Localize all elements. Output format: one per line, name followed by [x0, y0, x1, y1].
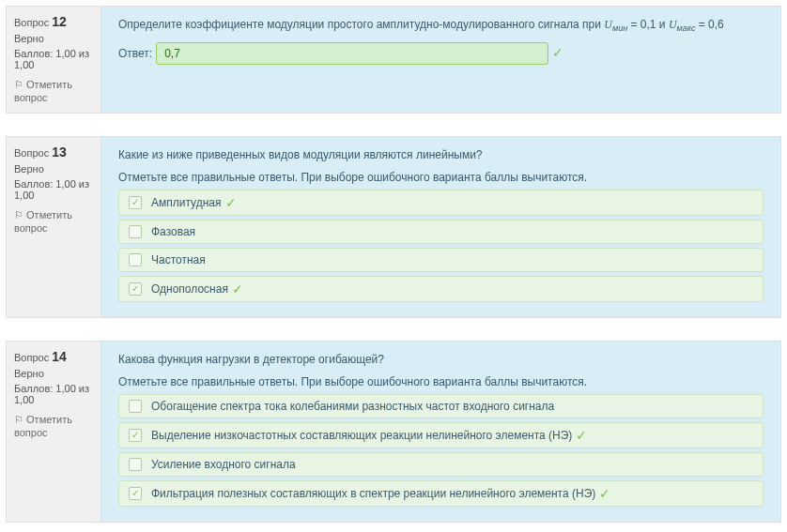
correct-tick-icon: ✓ [576, 428, 587, 443]
question-word: Вопрос [14, 147, 49, 159]
info-sidebar: Вопрос 14ВерноБаллов: 1,00 из 1,00⚐ Отме… [7, 342, 101, 522]
question-num-value: 12 [52, 14, 67, 29]
option-row[interactable]: Фазовая [118, 220, 764, 244]
option-checkbox[interactable] [129, 487, 142, 500]
question-text-prefix: Определите коэффициенте модуляции просто… [118, 18, 604, 31]
flag-question-link[interactable]: ⚐ Отметить вопрос [14, 78, 93, 105]
question-grade: Баллов: 1,00 из 1,00 [14, 178, 93, 201]
option-row[interactable]: Частотная [118, 248, 764, 272]
question-state: Верно [14, 33, 93, 44]
question-number: Вопрос 12 [14, 14, 93, 29]
option-checkbox[interactable] [129, 429, 142, 442]
flag-icon: ⚐ [14, 79, 26, 90]
option-label: Обогащение спектра тока колебаниями разн… [151, 400, 554, 413]
option-row[interactable]: Выделение низкочастотных составляющих ре… [118, 422, 764, 448]
question-word: Вопрос [14, 352, 49, 363]
option-checkbox[interactable] [129, 225, 142, 238]
question-number: Вопрос 13 [14, 144, 93, 160]
question-grade: Баллов: 1,00 из 1,00 [14, 48, 93, 70]
question-content: Какие из ниже приведенных видов модуляци… [101, 137, 780, 317]
option-row[interactable]: Усиление входного сигнала [118, 452, 764, 477]
answer-input[interactable] [156, 42, 548, 65]
info-sidebar: Вопрос 12ВерноБаллов: 1,00 из 1,00⚐ Отме… [7, 7, 101, 113]
option-label: Однополосная [151, 282, 228, 296]
question-text: Определите коэффициенте модуляции просто… [118, 18, 764, 33]
question-number: Вопрос 14 [14, 349, 93, 364]
correct-tick-icon: ✓ [552, 45, 563, 60]
option-row[interactable]: Фильтрация полезных составляющих в спект… [118, 480, 764, 507]
question-math: Uмин = 0,1 и Uмакс = 0,6 [604, 18, 723, 31]
instruction-text: Отметьте все правильные ответы. При выбо… [118, 171, 764, 184]
question-text: Какие из ниже приведенных видов модуляци… [118, 148, 764, 161]
option-checkbox[interactable] [129, 196, 142, 209]
option-checkbox[interactable] [129, 400, 142, 413]
question-content: Какова функция нагрузки в детекторе огиб… [101, 342, 780, 522]
question-word: Вопрос [14, 17, 49, 28]
correct-tick-icon: ✓ [232, 281, 243, 296]
instruction-text: Отметьте все правильные ответы. При выбо… [118, 375, 764, 388]
question-num-value: 13 [52, 144, 67, 160]
answer-row: Ответ:✓ [118, 42, 764, 65]
correct-tick-icon: ✓ [599, 486, 610, 501]
option-label: Частотная [151, 253, 206, 266]
correct-tick-icon: ✓ [225, 195, 237, 210]
question-block: Вопрос 13ВерноБаллов: 1,00 из 1,00⚐ Отме… [6, 136, 781, 318]
question-text: Какова функция нагрузки в детекторе огиб… [118, 353, 764, 366]
question-num-value: 14 [52, 349, 67, 364]
option-label: Фазовая [151, 225, 195, 238]
option-label: Усиление входного сигнала [151, 458, 296, 471]
flag-question-link[interactable]: ⚐ Отметить вопрос [14, 208, 93, 236]
flag-icon: ⚐ [14, 209, 26, 220]
question-block: Вопрос 12ВерноБаллов: 1,00 из 1,00⚐ Отме… [6, 6, 781, 114]
flag-icon: ⚐ [14, 414, 26, 425]
option-label: Амплитудная [151, 196, 222, 209]
option-checkbox[interactable] [129, 458, 142, 471]
option-row[interactable]: Обогащение спектра тока колебаниями разн… [118, 394, 764, 418]
option-checkbox[interactable] [129, 253, 142, 266]
question-block: Вопрос 14ВерноБаллов: 1,00 из 1,00⚐ Отме… [6, 341, 781, 523]
flag-question-link[interactable]: ⚐ Отметить вопрос [14, 413, 93, 440]
option-row[interactable]: Амплитудная ✓ [118, 190, 764, 216]
question-content: Определите коэффициенте модуляции просто… [101, 7, 780, 113]
question-state: Верно [14, 368, 93, 379]
answer-label: Ответ: [118, 47, 152, 60]
option-label: Выделение низкочастотных составляющих ре… [151, 429, 572, 442]
info-sidebar: Вопрос 13ВерноБаллов: 1,00 из 1,00⚐ Отме… [7, 137, 101, 317]
option-checkbox[interactable] [129, 282, 142, 296]
option-row[interactable]: Однополосная ✓ [118, 276, 764, 302]
option-label: Фильтрация полезных составляющих в спект… [151, 487, 595, 500]
question-state: Верно [14, 163, 93, 175]
question-grade: Баллов: 1,00 из 1,00 [14, 383, 93, 405]
